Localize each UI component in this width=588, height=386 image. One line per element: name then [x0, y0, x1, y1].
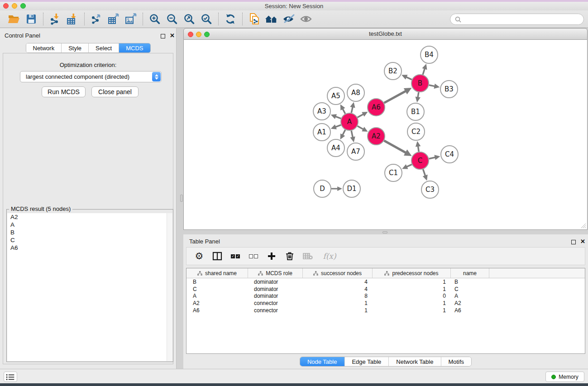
scrollbar-track[interactable] — [167, 213, 172, 361]
column-header-mcds-role[interactable]: MCDS role — [248, 268, 303, 278]
graph-edge[interactable] — [418, 146, 419, 152]
mcds-result-item[interactable]: C — [7, 236, 172, 244]
export-network-icon[interactable] — [88, 12, 105, 26]
table-options-icon[interactable]: ⚙ — [194, 250, 205, 262]
table-cell[interactable]: A2 — [186, 300, 248, 306]
graph-edge[interactable] — [351, 107, 353, 113]
export-image-icon[interactable] — [122, 12, 139, 26]
search-input[interactable] — [464, 16, 579, 23]
tab-network-table[interactable]: Network Table — [389, 357, 441, 366]
zoom-fit-icon[interactable] — [181, 12, 198, 26]
table-row[interactable]: Bdominator41B — [186, 278, 585, 286]
graph-edge[interactable] — [423, 69, 425, 75]
table-cell[interactable]: 1 — [373, 307, 451, 314]
run-mcds-button[interactable]: Run MCDS — [42, 86, 86, 97]
first-neighbors-icon[interactable] — [263, 12, 280, 26]
graph-edge[interactable] — [423, 169, 425, 176]
table-cell[interactable]: dominator — [248, 293, 303, 299]
table-cell[interactable]: 1 — [373, 286, 451, 292]
zoom-selected-icon[interactable] — [198, 12, 215, 26]
delete-column-icon[interactable] — [302, 250, 313, 262]
table-cell[interactable]: connector — [248, 300, 303, 306]
apply-layout-icon[interactable] — [222, 12, 239, 26]
table-cell[interactable]: B — [451, 279, 489, 285]
table-cell[interactable]: A — [451, 293, 489, 299]
graph-edge[interactable] — [343, 130, 345, 135]
vertical-divider-handle[interactable] — [180, 195, 183, 202]
column-header-successor-nodes[interactable]: successor nodes — [303, 268, 373, 278]
save-session-icon[interactable] — [23, 12, 40, 26]
tab-mcds[interactable]: MCDS — [119, 43, 150, 52]
network-window-titlebar[interactable]: testGlobe.txt — [183, 28, 588, 40]
graph-edge[interactable] — [406, 164, 412, 167]
minimize-window-icon[interactable] — [12, 3, 17, 9]
column-header-predecessor-nodes[interactable]: predecessor nodes — [373, 268, 451, 278]
delete-row-icon[interactable] — [284, 250, 295, 262]
table-cell[interactable]: connector — [248, 307, 303, 314]
graph-edge[interactable] — [335, 116, 341, 119]
resize-grip-icon[interactable] — [580, 222, 586, 229]
tab-motifs[interactable]: Motifs — [441, 357, 471, 366]
export-table-icon[interactable] — [105, 12, 122, 26]
graph-edge[interactable] — [358, 114, 363, 117]
search-field[interactable] — [450, 14, 584, 25]
graph-edge[interactable] — [418, 92, 419, 98]
mcds-result-item[interactable]: A6 — [7, 244, 172, 252]
import-network-icon[interactable] — [47, 12, 64, 26]
table-cell[interactable]: 8 — [303, 293, 373, 299]
network-graph[interactable]: AA1A2A3A4A5A6A7A8BB1B2B3B4CC1C2C3C4DD1 — [184, 40, 587, 229]
graph-edge[interactable] — [343, 109, 345, 114]
table-cell[interactable]: 4 — [303, 286, 373, 292]
horizontal-divider-handle[interactable] — [382, 231, 387, 234]
graph-edge[interactable] — [351, 131, 353, 138]
table-cell[interactable]: dominator — [248, 286, 303, 292]
float-table-panel-icon[interactable] — [571, 240, 576, 244]
table-row[interactable]: Cdominator41C — [186, 286, 585, 293]
graph-edge[interactable] — [335, 125, 341, 127]
table-cell[interactable]: 1 — [303, 307, 373, 314]
close-table-panel-icon[interactable]: ✕ — [580, 238, 585, 245]
close-window-icon[interactable] — [3, 3, 9, 9]
table-cell[interactable]: A6 — [451, 307, 489, 314]
mcds-result-item[interactable]: A2 — [7, 213, 172, 221]
mcds-result-item[interactable]: A — [7, 221, 172, 229]
apply-function-icon[interactable]: f(x) — [320, 250, 339, 262]
table-cell[interactable]: A — [186, 293, 248, 299]
table-cell[interactable]: C — [451, 286, 489, 292]
new-network-from-selection-icon[interactable] — [246, 12, 263, 26]
table-cell[interactable]: A2 — [451, 300, 489, 306]
table-cell[interactable]: 1 — [373, 279, 451, 285]
table-cell[interactable]: 0 — [373, 293, 451, 299]
graph-edge[interactable] — [384, 91, 406, 103]
table-cell[interactable]: dominator — [248, 279, 303, 285]
show-columns-icon[interactable] — [212, 250, 223, 262]
table-row[interactable]: A6connector11A6 — [186, 307, 585, 314]
task-history-button[interactable] — [4, 372, 17, 382]
minimize-network-window-icon[interactable] — [196, 32, 201, 37]
close-panel-icon[interactable]: ✕ — [170, 32, 175, 39]
zoom-in-icon[interactable] — [146, 12, 163, 26]
show-all-icon[interactable] — [297, 12, 315, 26]
import-table-icon[interactable] — [64, 12, 81, 26]
tab-network[interactable]: Network — [26, 43, 62, 52]
mcds-result-item[interactable]: B — [7, 229, 172, 236]
memory-button[interactable]: Memory — [545, 372, 584, 382]
network-canvas[interactable]: AA1A2A3A4A5A6A7A8BB1B2B3B4CC1C2C3C4DD1 — [183, 40, 588, 230]
close-network-window-icon[interactable] — [188, 32, 193, 37]
graph-edge[interactable] — [384, 141, 406, 153]
graph-edge[interactable] — [429, 157, 435, 159]
close-panel-button[interactable]: Close panel — [91, 86, 139, 97]
table-cell[interactable]: 1 — [373, 300, 451, 306]
graph-edge[interactable] — [406, 77, 411, 80]
table-cell[interactable]: 4 — [303, 279, 373, 285]
open-session-icon[interactable] — [5, 12, 23, 26]
hide-selected-icon[interactable] — [280, 12, 297, 26]
optimization-dropdown[interactable]: largest connected component (directed) — [20, 71, 162, 82]
table-row[interactable]: A2connector11A2 — [186, 300, 585, 307]
tab-node-table[interactable]: Node Table — [300, 357, 345, 366]
select-all-icon[interactable]: ✓✓ — [230, 250, 241, 262]
deselect-all-icon[interactable] — [248, 250, 259, 262]
maximize-network-window-icon[interactable] — [204, 32, 210, 37]
table-cell[interactable]: B — [186, 279, 248, 285]
tab-edge-table[interactable]: Edge Table — [344, 357, 389, 366]
